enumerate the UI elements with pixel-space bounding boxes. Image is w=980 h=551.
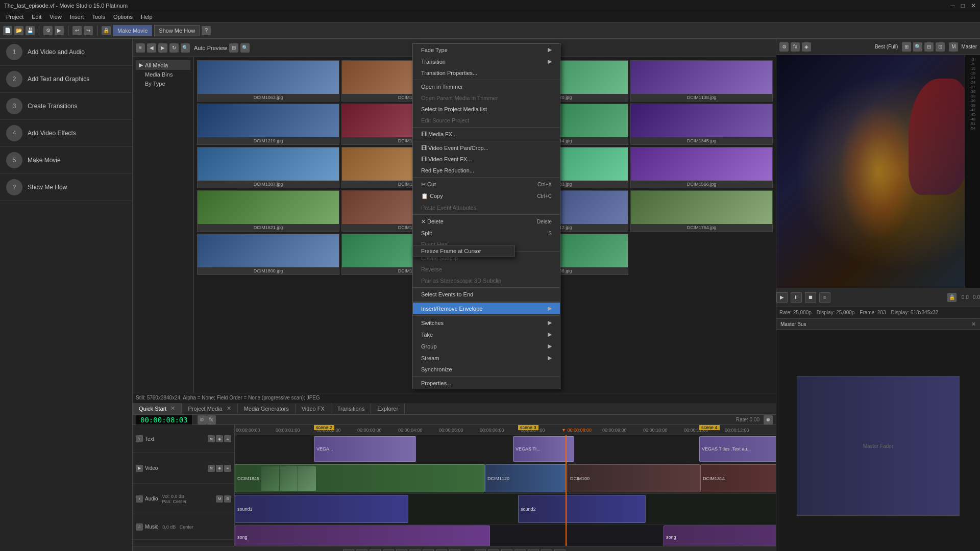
preview-stop-btn[interactable]: ⏹: [805, 292, 816, 303]
menu-edit[interactable]: Edit: [28, 13, 45, 21]
clip-sound1[interactable]: sound1: [235, 495, 408, 523]
maximize-btn[interactable]: □: [961, 2, 965, 9]
media-thumb-0[interactable]: DCIM1063.jpg: [197, 60, 339, 102]
step-make-movie[interactable]: 5 Make Movie: [0, 147, 132, 174]
cm-synchronize[interactable]: Synchronize: [413, 364, 560, 375]
menu-project[interactable]: Project: [2, 13, 28, 21]
undo-icon[interactable]: ↩: [72, 26, 82, 35]
show-me-how-button[interactable]: Show Me How: [154, 25, 200, 36]
cm-take[interactable]: Take▶: [413, 329, 560, 340]
prev-frame-btn[interactable]: ◀◀: [356, 549, 368, 552]
preview-pause-btn[interactable]: ⏸: [791, 292, 802, 303]
clip-vegas-titles-1[interactable]: VEGA...: [314, 436, 416, 462]
media-thumb-12[interactable]: DCIM1621.jpg: [197, 190, 339, 232]
media-menu-icon[interactable]: ≡: [136, 43, 145, 53]
media-thumb-16[interactable]: DCIM1800.jpg: [197, 234, 339, 275]
media-search-icon[interactable]: 🔍: [181, 43, 190, 53]
preview-play-btn[interactable]: ▶: [776, 292, 788, 303]
snap-btn[interactable]: 🔒: [501, 549, 512, 552]
cm-insert-remove-envelope[interactable]: Insert/Remove Envelope▶: [413, 303, 560, 314]
tab-project-media[interactable]: Project Media ✕: [182, 403, 237, 414]
loop-btn[interactable]: 🔁: [436, 549, 447, 552]
close-btn[interactable]: ✕: [971, 2, 976, 9]
minimize-btn[interactable]: ─: [950, 2, 955, 9]
clip-sound2[interactable]: sound2: [518, 495, 646, 523]
cm-select-events-end[interactable]: Select Events to End: [413, 289, 560, 300]
playhead[interactable]: [566, 435, 567, 546]
video-fx-icon[interactable]: fx: [208, 465, 215, 472]
mute-btn[interactable]: 🔇: [528, 549, 539, 552]
cm-delete[interactable]: ✕ DeleteDelete: [413, 216, 560, 228]
text-motion-icon[interactable]: ◈: [216, 435, 223, 442]
tab-project-media-close[interactable]: ✕: [227, 405, 231, 412]
tab-media-generators[interactable]: Media Generators: [238, 404, 296, 414]
go-end-btn[interactable]: ⏭: [423, 549, 434, 552]
cm-open-trimmer[interactable]: Open in Trimmer: [413, 81, 560, 92]
save-icon[interactable]: 💾: [26, 26, 35, 35]
media-thumb-3[interactable]: DCIM1138.jpg: [630, 60, 773, 102]
cm-group[interactable]: Group▶: [413, 340, 560, 352]
cut-btn[interactable]: ✂: [554, 549, 566, 552]
media-forward-icon[interactable]: ▶: [158, 43, 167, 53]
next-event-btn[interactable]: ▶|: [488, 549, 499, 552]
menu-view[interactable]: View: [45, 13, 66, 21]
timeline-record-icon[interactable]: ⏺: [764, 415, 773, 424]
video-env-icon[interactable]: ◈: [216, 465, 223, 472]
snap-icon[interactable]: 🔒: [102, 26, 111, 35]
redo-icon[interactable]: ↪: [84, 26, 93, 35]
text-more-icon[interactable]: ≡: [224, 435, 231, 442]
cm-red-eye[interactable]: Red Eye Reduction...: [413, 165, 560, 176]
audio-solo-icon[interactable]: S: [224, 495, 231, 503]
cm-select-project-media[interactable]: Select in Project Media list: [413, 104, 560, 115]
menu-help[interactable]: Help: [137, 13, 157, 21]
new-icon[interactable]: 📄: [3, 26, 12, 35]
menu-insert[interactable]: Insert: [66, 13, 88, 21]
cm-cut[interactable]: ✂ CutCtrl+X: [413, 179, 560, 190]
menu-options[interactable]: Options: [109, 13, 137, 21]
open-icon[interactable]: 📂: [14, 26, 23, 35]
step-transitions[interactable]: 3 Create Transitions: [0, 93, 132, 120]
menu-tools[interactable]: Tools: [88, 13, 109, 21]
cm-transition-properties[interactable]: Transition Properties...: [413, 67, 560, 79]
preview-copy-icon[interactable]: ◈: [802, 42, 811, 52]
preview-settings-icon[interactable]: ⚙: [779, 42, 789, 52]
tree-media-bins[interactable]: Media Bins: [136, 70, 190, 79]
clip-vegas-titles-2[interactable]: VEGAS TI...: [513, 436, 574, 462]
master-bus-close[interactable]: ✕: [971, 321, 976, 328]
preview-list-btn[interactable]: ≡: [819, 292, 830, 303]
clip-dcim1314[interactable]: DCIM1314: [700, 464, 776, 492]
clip-song-2[interactable]: song: [664, 525, 776, 546]
render-icon[interactable]: ▶: [55, 26, 64, 35]
tab-quick-start[interactable]: Quick Start ✕: [133, 403, 182, 414]
media-thumb-7[interactable]: DCIM1345.jpg: [630, 104, 773, 145]
settings-icon[interactable]: ⚙: [43, 26, 53, 35]
master-icon[interactable]: M: [949, 42, 958, 52]
cm-video-event-fx[interactable]: 🎞 Video Event FX...: [413, 154, 560, 165]
step-add-video[interactable]: 1 Add Video and Audio: [0, 39, 132, 66]
view-toggle-icon[interactable]: ⊞: [229, 43, 238, 53]
preview-zoom-icon[interactable]: 🔍: [913, 42, 922, 52]
tab-video-fx[interactable]: Video FX: [296, 404, 331, 414]
cm-switches[interactable]: Switches▶: [413, 317, 560, 329]
cm-copy[interactable]: 📋 CopyCtrl+C: [413, 190, 560, 202]
cm-transition[interactable]: Transition▶: [413, 56, 560, 67]
make-movie-button[interactable]: Make Movie: [113, 25, 152, 36]
cm-fade-type[interactable]: Fade Type▶: [413, 44, 560, 56]
submenu-freeze-frame[interactable]: Freeze Frame at Cursor: [413, 245, 514, 257]
video-more-icon[interactable]: ≡: [224, 465, 231, 472]
step-add-text[interactable]: 2 Add Text and Graphics: [0, 66, 132, 93]
preview-full-icon[interactable]: ⊡: [936, 42, 945, 52]
clip-dcim100[interactable]: DCIM100: [568, 464, 700, 492]
tab-explorer[interactable]: Explorer: [371, 404, 405, 414]
clip-dcim1120[interactable]: DCIM1120: [485, 464, 567, 492]
play-btn[interactable]: ▶: [370, 549, 381, 552]
media-thumb-8[interactable]: DCIM1387.jpg: [197, 147, 339, 188]
text-fx-icon[interactable]: fx: [208, 435, 215, 442]
step-effects[interactable]: 4 Add Video Effects: [0, 120, 132, 147]
preview-split-icon[interactable]: ⊟: [924, 42, 934, 52]
stop-btn[interactable]: ⏹: [396, 549, 407, 552]
prev-event-btn[interactable]: |◀: [475, 549, 486, 552]
clip-song-1[interactable]: song: [235, 525, 490, 546]
go-start-btn[interactable]: ⏮: [343, 549, 354, 552]
media-thumb-4[interactable]: DCIM1219.jpg: [197, 104, 339, 145]
